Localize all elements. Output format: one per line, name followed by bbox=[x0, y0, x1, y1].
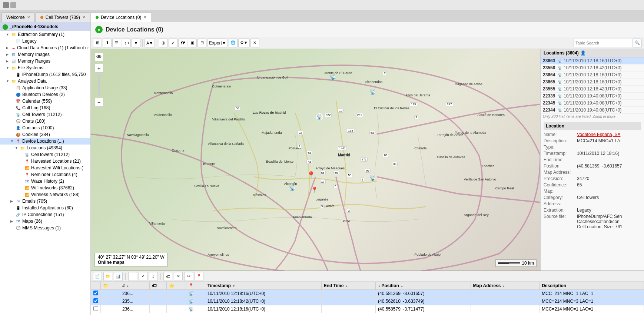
row2-checkbox[interactable] bbox=[91, 298, 101, 305]
sidebar-item-locations[interactable]: ▼ 📁 Locations (49394) bbox=[0, 145, 90, 151]
table-line-btn[interactable]: — bbox=[128, 272, 137, 281]
sidebar-item-cloud[interactable]: ▶ ☁ Cloud Data Sources (1) (1 without cr bbox=[0, 44, 90, 51]
toolbar-dropdown-btn[interactable]: ▼ bbox=[132, 39, 140, 47]
toolbar-clear-btn[interactable]: ✕ bbox=[250, 39, 259, 47]
toolbar-highlight-btn[interactable]: ◎ bbox=[159, 39, 168, 47]
tab-device-locations-close[interactable]: ✕ bbox=[143, 15, 146, 19]
map-zoom-out-btn[interactable]: − bbox=[94, 98, 103, 107]
location-row-4[interactable]: 23665 📡 10/11/2010 12:18:16(UTC+0) bbox=[541, 79, 644, 86]
col-end-time[interactable]: End Time ▲ bbox=[321, 282, 375, 290]
table-chart-btn[interactable]: 📊 bbox=[114, 272, 123, 281]
location-row-2[interactable]: 23550 📡 10/11/2010 12:18:42(UTC+0) bbox=[541, 64, 644, 72]
toolbar-layout-single-btn[interactable]: ▣ bbox=[188, 39, 197, 47]
sidebar-item-installed-apps[interactable]: 📱 Installed Applications (60) bbox=[0, 205, 90, 211]
col-icon[interactable]: 📍 bbox=[186, 282, 205, 290]
col-num[interactable]: # ▲ bbox=[120, 282, 149, 290]
sidebar-item-reminder-locations[interactable]: 📍 Reminder Locations (4) bbox=[0, 171, 90, 178]
sidebar-item-wireless-networks[interactable]: 📶 Wireless Networks (188) bbox=[0, 191, 90, 198]
row3-timestamp: 10/11/2010 12:18:16(UTC+0) bbox=[205, 305, 321, 313]
table-scissors-btn[interactable]: ✂ bbox=[184, 272, 193, 281]
sidebar-item-mms[interactable]: 💬 MMS Messages (1) bbox=[0, 225, 90, 231]
sidebar-device-label[interactable]: ⬤ _iPhoneNe 4-18models bbox=[0, 22, 90, 31]
tab-device-locations-dot bbox=[96, 16, 99, 19]
tab-cell-towers[interactable]: Cell Towers (739) ✕ bbox=[36, 12, 90, 22]
toolbar-text-btn[interactable]: A▼ bbox=[145, 39, 155, 47]
toolbar-layout-split-btn[interactable]: ⊟ bbox=[197, 39, 206, 47]
sidebar-item-harvested-wifi[interactable]: 📶 Harvested Wifi Locations ( bbox=[0, 165, 90, 171]
location-row-5[interactable]: 23555 📡 10/11/2010 12:18:42(UTC+0) bbox=[541, 86, 644, 93]
source-file-link-3[interactable]: CellLocation, Size: 761 bbox=[577, 224, 623, 229]
source-file-link-1[interactable]: iPhoneDump/AFC Sen bbox=[577, 214, 622, 219]
sidebar-item-contacts[interactable]: 👤 Contacts (1000) bbox=[0, 125, 90, 131]
sidebar-item-call-log[interactable]: 📞 Call Log (168) bbox=[0, 105, 90, 111]
source-file-link-2[interactable]: Caches/locationd/con bbox=[577, 219, 620, 224]
table-row-3[interactable]: 236... 📡 10/11/2010 12:18:16(UTC+0) (40.… bbox=[91, 305, 644, 313]
location-row-1[interactable]: 23663 📡 10/11/2010 12:18:16(UTC+0) bbox=[541, 57, 644, 64]
col-tag[interactable]: 🏷 bbox=[149, 282, 166, 290]
sidebar-item-chats[interactable]: 💬 Chats (180) bbox=[0, 118, 90, 125]
location-row-6[interactable]: 22339 📡 10/11/2010 19:40:08(UTC+0) bbox=[541, 93, 644, 100]
search-btn[interactable]: 🔍 bbox=[633, 39, 642, 47]
row1-checkbox[interactable] bbox=[91, 290, 101, 298]
toolbar-export-btn[interactable]: Export ▼ bbox=[207, 39, 228, 47]
col-timestamp[interactable]: Timestamp ▼ bbox=[205, 282, 321, 290]
table-tag-btn[interactable]: 🏷 bbox=[163, 272, 172, 281]
table-hash-btn[interactable]: # bbox=[149, 272, 158, 281]
detail-name-value[interactable]: Vodafone España, SA bbox=[577, 132, 641, 137]
sidebar-item-calendar[interactable]: 📅 Calendar (559) bbox=[0, 98, 90, 105]
sidebar-item-device-locations[interactable]: ▼ 📍 Device Locations (...) bbox=[0, 138, 90, 145]
col-folder[interactable]: 📁 bbox=[101, 282, 120, 290]
sidebar-item-file-systems[interactable]: ▼ 📁 File Systems bbox=[0, 64, 90, 71]
search-input[interactable] bbox=[574, 39, 633, 47]
sidebar-item-ip-connections[interactable]: 🔗 IP Connections (151) bbox=[0, 211, 90, 218]
col-description[interactable]: Description bbox=[540, 282, 644, 290]
sidebar-item-memory-images[interactable]: ▶ 🖼 Memory Images bbox=[0, 51, 90, 58]
map-zoom-in-btn[interactable]: + bbox=[94, 64, 103, 73]
toolbar-check-btn[interactable]: ✓ bbox=[169, 39, 177, 47]
tab-welcome-close[interactable]: ✕ bbox=[27, 15, 30, 19]
sidebar-item-maps[interactable]: ▶ 🗺 Maps (26) bbox=[0, 218, 90, 225]
sidebar-item-memory-ranges[interactable]: ▶ 📊 Memory Ranges bbox=[0, 58, 90, 64]
col-position[interactable]: ↓ Position ▲ bbox=[376, 282, 471, 290]
table-new-btn[interactable]: 📄 bbox=[93, 272, 102, 281]
row3-checkbox[interactable] bbox=[91, 305, 101, 313]
table-row-2[interactable]: 235... 📡 10/11/2010 12:18:42(UTC+0) (40.… bbox=[91, 298, 644, 305]
toolbar-globe-btn[interactable]: 🌐 bbox=[229, 39, 238, 47]
sidebar-item-emails[interactable]: ▶ ✉ Emails (705) bbox=[0, 198, 90, 205]
sidebar-item-waze-history[interactable]: 🗺 Waze History (2) bbox=[0, 178, 90, 185]
table-check-btn[interactable]: ✓ bbox=[139, 272, 147, 281]
tab-device-locations[interactable]: Device Locations (0) ✕ bbox=[91, 12, 151, 22]
col-map-address[interactable]: Map Address ▲ bbox=[471, 282, 540, 290]
location-row-7[interactable]: 22345 📡 10/11/2010 19:40:08(UTC+0) bbox=[541, 100, 644, 107]
sidebar-item-app-usage[interactable]: 📋 Application Usage (33) bbox=[0, 84, 90, 91]
toolbar-sort-btn[interactable]: ☰ bbox=[112, 39, 121, 47]
location-row-8[interactable]: 22344 📡 10/11/2010 19:40:08(UTC+0) bbox=[541, 107, 644, 114]
sidebar-item-cookies[interactable]: 🍪 Cookies (384) bbox=[0, 131, 90, 138]
toolbar-settings-btn[interactable]: ⚙▼ bbox=[238, 39, 250, 47]
detail-map-row: Map: bbox=[544, 189, 641, 194]
sidebar-item-iphone-dump[interactable]: 📱 iPhoneDump (1612 files, 95,750 bbox=[0, 71, 90, 78]
table-close-btn[interactable]: ✕ bbox=[174, 272, 183, 281]
toolbar-grid-btn[interactable]: ⊞ bbox=[93, 39, 102, 47]
col-checkbox[interactable] bbox=[91, 282, 101, 290]
sidebar-item-cell-towers[interactable]: 📡 Cell Towers (11212) bbox=[0, 111, 90, 118]
tab-welcome[interactable]: Welcome ✕ bbox=[1, 12, 35, 22]
table-row-1[interactable]: 236... 📡 10/11/2010 12:18:16(UTC+0) (40.… bbox=[91, 290, 644, 298]
sidebar-item-analyzed-data[interactable]: ▼ 📁 Analyzed Data bbox=[0, 78, 90, 84]
sidebar-item-legacy[interactable]: 📄 Legacy bbox=[0, 38, 90, 44]
detail-extraction-row: Extraction: Legacy bbox=[544, 208, 641, 213]
toolbar-tag-btn[interactable]: 🏷 bbox=[122, 39, 131, 47]
col-star[interactable]: ⭐ bbox=[166, 282, 186, 290]
table-pin-btn[interactable]: 📍 bbox=[195, 272, 203, 281]
tab-cell-towers-close[interactable]: ✕ bbox=[82, 15, 85, 19]
sidebar-item-bluetooth[interactable]: 🔵 Bluetooth Devices (2) bbox=[0, 91, 90, 98]
map-eye-btn[interactable]: 👁 bbox=[94, 53, 103, 62]
sidebar-item-wifi-networks[interactable]: 📶 Wifi networks (37662) bbox=[0, 185, 90, 191]
location-row-3[interactable]: 23664 📡 10/11/2010 12:18:16(UTC+0) bbox=[541, 72, 644, 79]
sidebar-item-harvested-locations[interactable]: 📍 Harvested Locations (21) bbox=[0, 158, 90, 165]
sidebar-item-extraction-summary[interactable]: ▼ 📁 Extraction Summary (1) bbox=[0, 31, 90, 38]
table-folder-btn[interactable]: 📁 bbox=[103, 272, 112, 281]
toolbar-filter-btn[interactable]: ⬆ bbox=[103, 39, 112, 47]
sidebar-item-cell-towers-sub[interactable]: 📡 Cell towers (11212) bbox=[0, 151, 90, 158]
toolbar-map-btn[interactable]: 🗺 bbox=[178, 39, 187, 47]
